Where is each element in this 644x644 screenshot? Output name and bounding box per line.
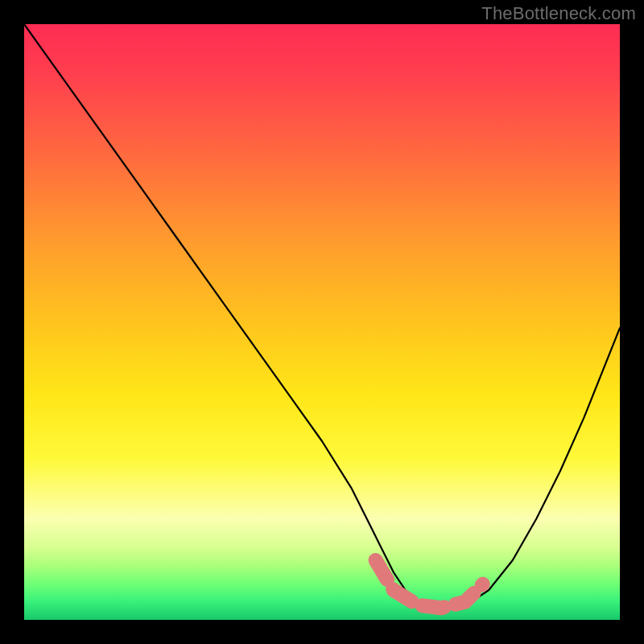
chart-frame: TheBottleneck.com xyxy=(0,0,644,644)
plot-area xyxy=(24,24,620,620)
bottleneck-curve xyxy=(24,24,620,608)
watermark-text: TheBottleneck.com xyxy=(481,3,636,24)
curve-layer xyxy=(24,24,620,620)
